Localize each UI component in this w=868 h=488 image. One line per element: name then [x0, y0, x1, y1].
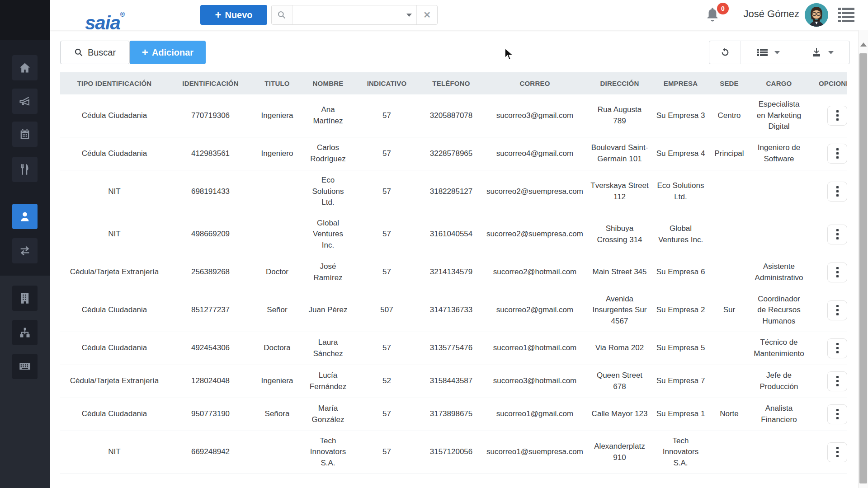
row-options-button[interactable]	[827, 404, 847, 424]
user-avatar[interactable]	[805, 3, 828, 27]
column-header: SEDE	[709, 72, 750, 94]
table-cell: sucorreo2@suempresa.com	[483, 213, 587, 256]
table-toolbar: Buscar + Adicionar	[50, 30, 858, 72]
table-cell	[750, 213, 808, 256]
table-cell: Su Empresa 4	[652, 137, 709, 170]
sidebar-item-keyboard[interactable]	[12, 354, 38, 379]
table-cell: 128024048	[169, 365, 252, 398]
sidebar-item-building[interactable]	[12, 286, 38, 311]
table-cell: 3173898675	[420, 398, 483, 431]
column-header: TITULO	[252, 72, 302, 94]
table-cell: Main Street 345	[587, 256, 652, 289]
columns-view-button[interactable]	[741, 41, 795, 64]
column-header: EMPRESA	[652, 72, 709, 94]
table-cell: sucorreo1@gmail.com	[483, 398, 587, 431]
row-options-button[interactable]	[827, 182, 847, 202]
sidebar-item-calendar[interactable]	[12, 122, 38, 147]
adicionar-label: Adicionar	[152, 47, 193, 58]
table-cell: 57	[354, 332, 420, 365]
table-cell: Analista Financiero	[750, 398, 808, 431]
vertical-scrollbar[interactable]	[858, 30, 868, 488]
buscar-button[interactable]: Buscar	[60, 41, 130, 64]
row-options-button[interactable]	[827, 371, 847, 391]
table-cell: Coordinador de Recursos Humanos	[750, 289, 808, 332]
table-cell: 3228578965	[420, 137, 483, 170]
table-cell: Norte	[709, 398, 750, 431]
table-cell: Avenida Insurgentes Sur 4567	[587, 289, 652, 332]
table-cell: Asistente Administrativo	[750, 256, 808, 289]
search-clear-button[interactable]: ✕	[416, 5, 437, 24]
row-options-button[interactable]	[827, 442, 847, 462]
search-dropdown-caret[interactable]	[401, 5, 417, 24]
kebab-icon	[836, 305, 839, 307]
table-row: Cédula Ciudadania412983561IngenieroCarlo…	[60, 137, 847, 170]
utensils-icon	[19, 163, 31, 176]
table-cell: Carlos Rodríguez	[302, 137, 354, 170]
row-options-button[interactable]	[827, 300, 847, 320]
table-cell: 3161040554	[420, 213, 483, 256]
apps-list-icon[interactable]	[837, 6, 855, 23]
scrollbar-thumb[interactable]	[859, 53, 867, 483]
table-cell-options	[808, 256, 847, 289]
table-cell: 412983561	[169, 137, 252, 170]
kebab-icon	[836, 148, 839, 150]
sidebar-item-home[interactable]	[12, 55, 38, 80]
kebab-icon	[836, 409, 839, 411]
plus-icon: +	[142, 46, 148, 59]
kebab-icon	[836, 267, 839, 269]
table-cell	[709, 332, 750, 365]
table-cell: Ingeniera	[252, 94, 302, 137]
table-cell: Alexanderplatz 910	[587, 431, 652, 474]
sidebar-item-sitemap[interactable]	[12, 320, 38, 345]
table-cell: Queen Street 678	[587, 365, 652, 398]
table-row: Cédula Ciudadania950773190SeñoraMaría Go…	[60, 398, 847, 431]
sidebar	[0, 0, 50, 488]
refresh-button[interactable]	[709, 41, 741, 64]
table-cell: Lucía Fernández	[302, 365, 354, 398]
table-cell	[709, 365, 750, 398]
table-cell-options	[808, 137, 847, 170]
column-header: CORREO	[483, 72, 587, 94]
table-cell: sucorreo1@hotmail.com	[483, 332, 587, 365]
table-cell: NIT	[60, 431, 169, 474]
user-name[interactable]: José Gómez	[744, 8, 800, 20]
table-cell: Tverskaya Street 112	[587, 170, 652, 213]
table-cell: Cédula Ciudadania	[60, 137, 169, 170]
table-cell: sucorreo4@gmail.com	[483, 137, 587, 170]
table-cell: 3205887078	[420, 94, 483, 137]
sidebar-item-exchange-arrows[interactable]	[12, 238, 38, 263]
buscar-label: Buscar	[88, 47, 116, 58]
calendar-icon	[19, 128, 31, 141]
row-options-button[interactable]	[827, 225, 847, 244]
global-search: ✕	[271, 5, 438, 25]
row-options-button[interactable]	[827, 106, 847, 126]
table-cell: sucorreo1@suempresa.com	[483, 431, 587, 474]
table-cell: Su Empresa 6	[652, 256, 709, 289]
row-options-button[interactable]	[827, 263, 847, 282]
column-header: TELÉFONO	[420, 72, 483, 94]
table-cell: 57	[354, 213, 420, 256]
notification-badge: 0	[717, 3, 729, 14]
nuevo-button[interactable]: + Nuevo	[200, 5, 267, 25]
table-cell: Su Empresa 2	[652, 289, 709, 332]
row-options-button[interactable]	[827, 338, 847, 358]
table-cell: Rua Augusta 789	[587, 94, 652, 137]
table-cell	[252, 431, 302, 474]
adicionar-button[interactable]: + Adicionar	[130, 41, 206, 64]
table-cell: Su Empresa 5	[652, 332, 709, 365]
home-icon	[19, 61, 31, 74]
sidebar-item-megaphone[interactable]	[12, 89, 38, 114]
sidebar-item-user[interactable]	[12, 204, 38, 229]
scroll-up-arrow[interactable]	[860, 42, 867, 47]
table-cell: Via Roma 202	[587, 332, 652, 365]
table-cell: sucorreo3@gmail.com	[483, 94, 587, 137]
sidebar-top-block	[0, 0, 50, 40]
download-button[interactable]	[795, 41, 849, 64]
sidebar-item-utensils[interactable]	[12, 157, 38, 182]
search-input[interactable]	[292, 5, 401, 24]
table-cell: Cédula Ciudadania	[60, 398, 169, 431]
table-cell: Técnico de Mantenimiento	[750, 332, 808, 365]
notifications-button[interactable]: 0	[704, 5, 725, 25]
table-cell: Señora	[252, 398, 302, 431]
row-options-button[interactable]	[827, 144, 847, 164]
